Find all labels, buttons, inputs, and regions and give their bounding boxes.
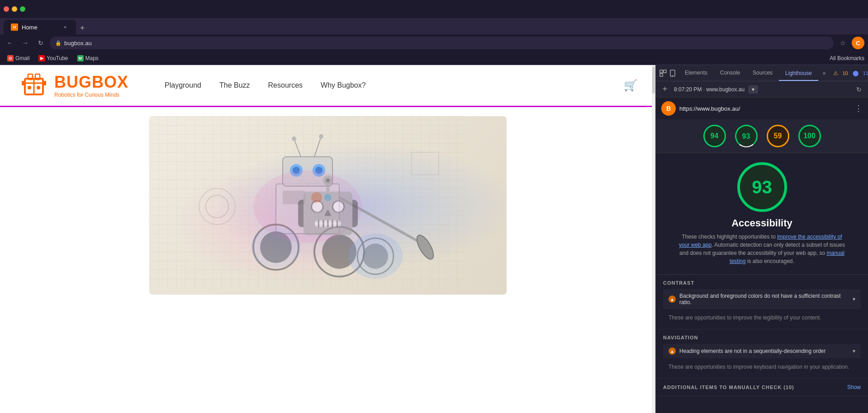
tab-title: Home bbox=[22, 24, 38, 31]
bookmark-gmail[interactable]: G Gmail bbox=[4, 54, 33, 62]
lh-desc-start: These checks highlight opportunities to bbox=[682, 234, 777, 240]
tab-more-button[interactable]: » bbox=[818, 66, 830, 80]
svg-point-17 bbox=[292, 136, 296, 141]
svg-point-19 bbox=[319, 134, 323, 139]
lighthouse-big-score-circle: 93 bbox=[737, 162, 787, 212]
lighthouse-site-icon: B bbox=[661, 101, 676, 116]
new-tab-button[interactable]: + bbox=[76, 22, 89, 34]
lighthouse-url-more-button[interactable]: ⋮ bbox=[854, 103, 863, 113]
window-close-button[interactable] bbox=[4, 6, 9, 12]
main-area: BUGBOX Robotics for Curious Minds Playgr… bbox=[0, 65, 868, 413]
score-seo[interactable]: 100 bbox=[798, 125, 821, 147]
lighthouse-url-row: B https://www.bugbox.au/ ⋮ bbox=[656, 98, 868, 119]
devtools-toolbar: Elements Console Sources Lighthouse » ⚠ … bbox=[656, 65, 868, 81]
bookmarks-bar: G Gmail ▶ YouTube M Maps All Bookmarks bbox=[0, 52, 868, 65]
score-performance[interactable]: 94 bbox=[703, 125, 726, 147]
lighthouse-main-score: 93 Accessibility These checks highlight … bbox=[656, 153, 868, 275]
gmail-label: Gmail bbox=[15, 55, 29, 61]
window-controls bbox=[4, 6, 25, 12]
contrast-audit-chevron: ▾ bbox=[853, 296, 855, 302]
tab-sources[interactable]: Sources bbox=[746, 66, 779, 80]
tab-favicon: H bbox=[11, 23, 18, 31]
address-text: bugbox.au bbox=[64, 40, 92, 47]
lighthouse-main-score-value: 93 bbox=[752, 177, 772, 197]
window-minimize-button[interactable] bbox=[12, 6, 17, 12]
nav-playground[interactable]: Playground bbox=[165, 81, 201, 89]
devtools-inspect-button[interactable] bbox=[659, 67, 667, 80]
svg-point-8 bbox=[37, 86, 40, 89]
back-button[interactable]: ← bbox=[4, 37, 16, 49]
site-menu: Playground The Buzz Resources Why Bugbox… bbox=[165, 81, 366, 89]
svg-point-30 bbox=[324, 194, 332, 201]
address-bar[interactable]: 🔒 bugbox.au bbox=[50, 37, 834, 49]
robot-svg bbox=[149, 116, 466, 288]
scrollbar[interactable] bbox=[652, 65, 655, 413]
bookmark-youtube[interactable]: ▶ YouTube bbox=[35, 54, 71, 62]
score-best-practices-value: 59 bbox=[774, 132, 782, 140]
scrollbar-thumb[interactable] bbox=[652, 66, 655, 94]
forward-button[interactable]: → bbox=[19, 37, 32, 49]
lighthouse-toolbar: + 8:07:20 PM · www.bugbox.au ▾ ↻ bbox=[656, 81, 868, 98]
lh-desc-end: is also encouraged. bbox=[745, 258, 794, 264]
contrast-audit-item[interactable]: ▲ Background and foreground colors do no… bbox=[663, 289, 861, 309]
lighthouse-category-title: Accessibility bbox=[731, 217, 792, 229]
lighthouse-url-dropdown[interactable]: ▾ bbox=[748, 85, 758, 94]
window-maximize-button[interactable] bbox=[20, 6, 25, 12]
site-logo: BUGBOX Robotics for Curious Minds bbox=[18, 70, 128, 101]
active-tab[interactable]: H Home × bbox=[4, 20, 76, 34]
tab-close-button[interactable]: × bbox=[62, 23, 69, 31]
navigation-audit-desc: These are opportunities to improve keybo… bbox=[663, 361, 861, 373]
contrast-audit-label: Background and foreground colors do not … bbox=[679, 293, 853, 305]
svg-point-41 bbox=[672, 75, 673, 76]
lighthouse-refresh-button[interactable]: ↻ bbox=[854, 84, 864, 95]
nav-why[interactable]: Why Bugbox? bbox=[321, 81, 366, 89]
svg-rect-37 bbox=[660, 70, 663, 73]
lighthouse-dropdown-arrow: ▾ bbox=[752, 86, 754, 93]
svg-point-35 bbox=[348, 234, 403, 279]
contrast-audit-warn-icon: ▲ bbox=[669, 296, 676, 303]
devtools-panel: Elements Console Sources Lighthouse » ⚠ … bbox=[655, 65, 868, 413]
lighthouse-contrast-section: CONTRAST ▲ Background and foreground col… bbox=[656, 275, 868, 329]
lighthouse-additional-section: ADDITIONAL ITEMS TO MANUALLY CHECK (10) … bbox=[656, 379, 868, 396]
show-additional-button[interactable]: Show bbox=[847, 384, 861, 390]
gmail-favicon: G bbox=[7, 55, 14, 61]
lighthouse-site-url: https://www.bugbox.au/ bbox=[679, 105, 851, 112]
maps-label: Maps bbox=[85, 55, 99, 61]
svg-point-36 bbox=[251, 227, 301, 268]
refresh-button[interactable]: ↻ bbox=[34, 37, 47, 49]
logo-icon bbox=[18, 70, 50, 101]
score-best-practices[interactable]: 59 bbox=[767, 125, 789, 147]
nav-buzz[interactable]: The Buzz bbox=[219, 81, 250, 89]
lighthouse-timestamp: 8:07:20 PM · www.bugbox.au bbox=[674, 86, 745, 93]
navigation-audit-label: Heading elements are not in a sequential… bbox=[679, 348, 853, 354]
svg-rect-38 bbox=[664, 70, 666, 73]
lighthouse-scores: 94 93 59 100 bbox=[656, 119, 868, 153]
tab-elements[interactable]: Elements bbox=[678, 66, 714, 80]
nav-bar: ← → ↻ 🔒 bugbox.au ☆ C bbox=[0, 34, 868, 52]
svg-rect-4 bbox=[43, 81, 46, 85]
address-lock-icon: 🔒 bbox=[55, 40, 62, 46]
devtools-device-button[interactable] bbox=[669, 67, 676, 80]
tab-lighthouse[interactable]: Lighthouse bbox=[779, 66, 818, 81]
score-accessibility[interactable]: 93 bbox=[735, 125, 758, 147]
svg-rect-3 bbox=[22, 81, 25, 85]
additional-title: ADDITIONAL ITEMS TO MANUALLY CHECK (10) bbox=[663, 385, 794, 390]
lighthouse-add-button[interactable]: + bbox=[659, 84, 670, 95]
tab-console[interactable]: Console bbox=[714, 66, 746, 80]
error-count: 11 bbox=[860, 70, 868, 77]
svg-rect-39 bbox=[660, 74, 663, 76]
navigation-audit-item[interactable]: ▲ Heading elements are not in a sequenti… bbox=[663, 344, 861, 358]
title-bar bbox=[0, 0, 868, 18]
cart-icon[interactable]: 🛒 bbox=[624, 79, 637, 92]
warning-count: 10 bbox=[840, 70, 851, 77]
bookmark-star-button[interactable]: ☆ bbox=[836, 37, 849, 49]
profile-avatar[interactable]: C bbox=[852, 37, 864, 49]
bookmarks-right: All Bookmarks bbox=[830, 55, 864, 61]
website-content: BUGBOX Robotics for Curious Minds Playgr… bbox=[0, 65, 655, 413]
score-performance-value: 94 bbox=[711, 132, 719, 140]
lighthouse-description: These checks highlight opportunities to … bbox=[676, 233, 848, 265]
contrast-section-title: CONTRAST bbox=[663, 280, 861, 286]
bookmark-maps[interactable]: M Maps bbox=[74, 54, 102, 62]
nav-resources[interactable]: Resources bbox=[268, 81, 303, 89]
score-seo-value: 100 bbox=[803, 132, 816, 140]
